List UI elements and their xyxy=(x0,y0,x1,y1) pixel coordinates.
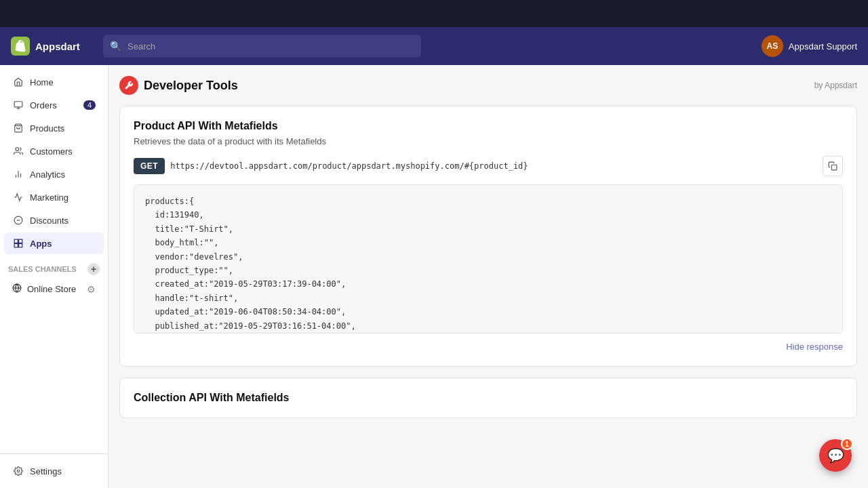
content-area: Developer Tools by Appsdart Product API … xyxy=(108,65,868,488)
orders-icon xyxy=(12,99,24,111)
search-input[interactable] xyxy=(103,35,421,58)
main-content: Developer Tools by Appsdart Product API … xyxy=(108,65,868,488)
search-bar: 🔍 xyxy=(103,35,421,58)
sidebar-label-analytics: Analytics xyxy=(30,169,65,180)
avatar: AS xyxy=(762,35,783,57)
endpoint-url: https://devtool.appsdart.com/product/app… xyxy=(170,161,817,171)
code-line-5: vendor:"develres", xyxy=(145,250,831,264)
code-line-10: published_at:"2019-05-29T03:16:51-04:00"… xyxy=(145,319,831,333)
page-title: Developer Tools xyxy=(144,79,238,93)
collection-api-title: Collection API With Metafields xyxy=(134,392,843,404)
sidebar-item-orders[interactable]: Orders 4 xyxy=(4,94,104,116)
svg-rect-10 xyxy=(14,239,18,243)
marketing-icon xyxy=(12,191,24,203)
sidebar-item-discounts[interactable]: Discounts xyxy=(4,209,104,231)
code-line-2: id:131940, xyxy=(145,208,831,222)
svg-point-4 xyxy=(16,148,19,151)
svg-rect-11 xyxy=(19,239,22,243)
header-brand[interactable]: Appsdart xyxy=(11,37,92,56)
sidebar-item-home[interactable]: Home xyxy=(4,71,104,93)
settings-label: Settings xyxy=(30,466,62,476)
top-bar xyxy=(0,0,868,27)
settings-icon xyxy=(12,465,24,477)
user-name: Appsdart Support xyxy=(789,41,857,52)
sidebar-item-online-store[interactable]: Online Store ⚙ xyxy=(4,279,104,300)
endpoint-row: GET https://devtool.appsdart.com/product… xyxy=(134,156,843,176)
home-icon xyxy=(12,76,24,88)
sidebar-item-marketing[interactable]: Marketing xyxy=(4,186,104,208)
orders-badge: 4 xyxy=(83,100,96,110)
code-block: products:{ id:131940, title:"T-Shirt", b… xyxy=(134,184,843,333)
analytics-icon xyxy=(12,168,24,180)
chat-icon: 💬 xyxy=(827,447,844,464)
shopify-icon xyxy=(11,37,30,56)
layout: Home Orders 4 Products Customers xyxy=(0,65,868,488)
chat-button[interactable]: 💬 1 xyxy=(819,439,852,472)
copy-url-button[interactable] xyxy=(823,156,843,176)
online-store-label: Online Store xyxy=(27,284,76,294)
sidebar-label-discounts: Discounts xyxy=(30,216,68,226)
collection-api-card: Collection API With Metafields xyxy=(119,378,857,418)
svg-rect-12 xyxy=(14,244,18,247)
sidebar-label-products: Products xyxy=(30,123,64,134)
header-user[interactable]: AS Appsdart Support xyxy=(762,35,857,57)
sidebar-label-marketing: Marketing xyxy=(30,192,68,203)
sidebar-item-apps[interactable]: Apps xyxy=(4,232,104,254)
header: Appsdart 🔍 AS Appsdart Support xyxy=(0,27,868,65)
product-api-card: Product API With Metafields Retrieves th… xyxy=(119,106,857,367)
sidebar-label-apps: Apps xyxy=(30,239,52,249)
svg-point-16 xyxy=(17,470,20,472)
product-api-title: Product API With Metafields xyxy=(134,120,843,132)
sidebar: Home Orders 4 Products Customers xyxy=(0,65,108,488)
svg-rect-17 xyxy=(831,165,837,170)
code-line-7: created_at:"2019-05-29T03:17:39-04:00", xyxy=(145,277,831,291)
sidebar-label-customers: Customers xyxy=(30,146,73,157)
search-icon: 🔍 xyxy=(110,41,121,52)
app-wrapper: Appsdart 🔍 AS Appsdart Support Home xyxy=(0,27,868,488)
sidebar-label-orders: Orders xyxy=(30,100,57,110)
hide-response-link[interactable]: Hide response xyxy=(786,342,843,352)
products-icon xyxy=(12,122,24,134)
code-line-1: products:{ xyxy=(145,195,831,208)
sales-channels-label: SALES CHANNELS xyxy=(8,265,77,273)
brand-name: Appsdart xyxy=(35,41,80,52)
page-title-row: Developer Tools xyxy=(119,76,238,95)
chat-badge: 1 xyxy=(841,438,853,450)
sidebar-label-home: Home xyxy=(30,77,54,87)
code-line-6: product_type:"", xyxy=(145,264,831,277)
sales-channels-section: SALES CHANNELS + xyxy=(0,255,108,278)
product-api-description: Retrieves the data of a product with its… xyxy=(134,136,843,146)
code-line-8: handle:"t-shirt", xyxy=(145,291,831,305)
sidebar-bottom: Settings xyxy=(0,453,108,483)
sidebar-item-settings[interactable]: Settings xyxy=(4,460,104,482)
code-line-9: updated_at:"2019-06-04T08:50:34-04:00", xyxy=(145,305,831,319)
customers-icon xyxy=(12,145,24,157)
sidebar-item-analytics[interactable]: Analytics xyxy=(4,163,104,185)
apps-icon xyxy=(12,237,24,249)
discounts-icon xyxy=(12,214,24,226)
add-sales-channel-button[interactable]: + xyxy=(87,263,100,275)
get-badge: GET xyxy=(134,158,165,174)
online-store-icon xyxy=(12,283,22,295)
svg-rect-0 xyxy=(14,102,22,107)
hide-response-row: Hide response xyxy=(134,340,843,352)
sidebar-item-products[interactable]: Products xyxy=(4,117,104,139)
code-line-4: body_html:"", xyxy=(145,236,831,249)
developer-tools-icon xyxy=(119,76,138,95)
code-line-3: title:"T-Shirt", xyxy=(145,222,831,236)
by-appsdart-label: by Appsdart xyxy=(814,81,857,90)
sidebar-item-customers[interactable]: Customers xyxy=(4,140,104,162)
code-line-11: template_suffix:null, xyxy=(145,333,831,333)
page-header: Developer Tools by Appsdart xyxy=(119,76,857,95)
svg-rect-13 xyxy=(19,244,22,247)
online-store-settings-icon[interactable]: ⚙ xyxy=(87,284,96,295)
